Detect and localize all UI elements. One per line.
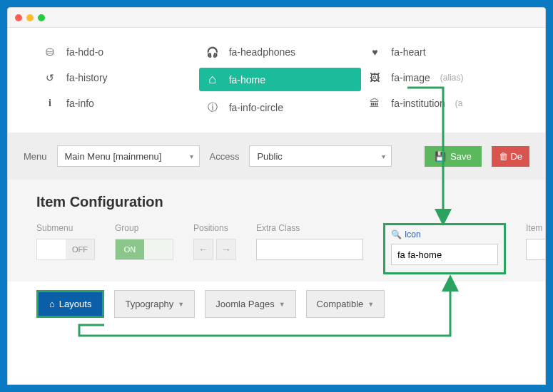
icon-option-institution[interactable]: 🏛fa-institution (a: [361, 93, 524, 113]
config-heading: Item Configuration: [36, 194, 524, 210]
nav-tabs: ⌂Layouts Typography ▼ Joomla Pages ▼ Com…: [8, 282, 545, 332]
heart-icon: ♥: [368, 46, 381, 58]
icon-picker-grid: ⛁fa-hdd-o ↺fa-history ifa-info 🎧fa-headp…: [8, 28, 545, 133]
icon-field-highlight: 🔍Icon: [383, 223, 506, 274]
top-toolbar: Menu Main Menu [mainmenu] Access Public …: [8, 133, 545, 180]
search-icon: 🔍: [391, 229, 402, 239]
icon-option-heart[interactable]: ♥fa-heart: [361, 42, 524, 62]
submenu-label: Submenu: [36, 223, 95, 233]
compatible-tab[interactable]: Compatible ▼: [306, 290, 385, 318]
image-icon: 🖼: [368, 72, 381, 83]
chevron-down-icon: ▼: [367, 301, 374, 308]
menu-label: Menu: [24, 151, 47, 162]
layouts-tab[interactable]: ⌂Layouts: [39, 292, 102, 316]
minimize-dot[interactable]: [26, 14, 34, 21]
icon-option-hdd[interactable]: ⛁fa-hdd-o: [36, 42, 199, 62]
home-icon: ⌂: [206, 72, 219, 87]
item-configuration-panel: Item Configuration Submenu OFF Group ON …: [8, 180, 545, 282]
group-label: Group: [115, 223, 173, 233]
headphones-icon: 🎧: [206, 46, 219, 58]
group-toggle[interactable]: ON: [115, 239, 173, 260]
position-left-button[interactable]: ←: [193, 239, 213, 260]
close-dot[interactable]: [15, 14, 22, 21]
positions-label: Positions: [193, 223, 236, 233]
zoom-dot[interactable]: [38, 14, 45, 21]
save-icon: 💾: [435, 151, 446, 162]
info-icon: i: [44, 98, 56, 109]
menu-select[interactable]: Main Menu [mainmenu]: [57, 145, 200, 167]
item-label: Item: [526, 223, 546, 233]
history-icon: ↺: [44, 72, 56, 83]
icon-option-info-circle[interactable]: ⓘfa-info-circle: [199, 97, 362, 118]
access-select[interactable]: Public: [249, 145, 392, 167]
icon-option-info[interactable]: ifa-info: [36, 93, 199, 113]
hdd-icon: ⛁: [44, 46, 56, 58]
typography-tab[interactable]: Typography ▼: [114, 290, 195, 318]
icon-option-history[interactable]: ↺fa-history: [36, 68, 199, 88]
extra-class-label: Extra Class: [256, 223, 363, 233]
item-input[interactable]: [526, 239, 546, 260]
joomla-pages-tab[interactable]: Joomla Pages ▼: [205, 290, 295, 318]
institution-icon: 🏛: [368, 98, 381, 109]
save-button[interactable]: 💾Save: [425, 146, 482, 167]
info-circle-icon: ⓘ: [206, 101, 219, 114]
delete-button[interactable]: 🗑 De: [492, 146, 529, 167]
chevron-down-icon: ▼: [178, 301, 184, 308]
icon-option-home[interactable]: ⌂fa-home: [199, 68, 362, 91]
chevron-down-icon: ▼: [279, 301, 285, 308]
layouts-highlight: ⌂Layouts: [36, 290, 104, 318]
home-icon: ⌂: [49, 299, 55, 309]
icon-option-headphones[interactable]: 🎧fa-headphones: [199, 42, 362, 62]
position-right-button[interactable]: →: [216, 239, 236, 260]
window-titlebar: [8, 8, 545, 28]
extra-class-input[interactable]: [256, 239, 363, 260]
access-label: Access: [210, 151, 240, 162]
icon-option-image[interactable]: 🖼fa-image (alias): [361, 68, 524, 88]
icon-input[interactable]: [391, 244, 498, 265]
trash-icon: 🗑: [499, 151, 508, 162]
icon-label: 🔍Icon: [391, 229, 498, 239]
submenu-toggle[interactable]: OFF: [36, 239, 95, 260]
